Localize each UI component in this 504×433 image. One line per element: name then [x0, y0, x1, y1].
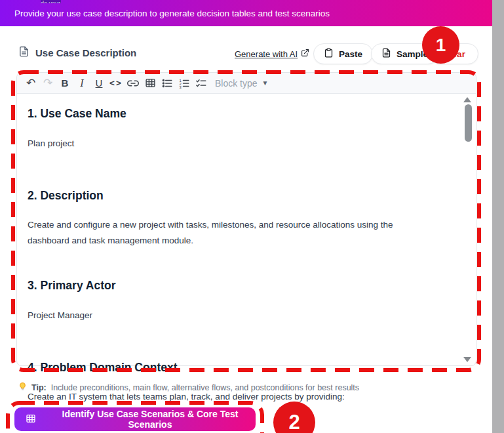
link-icon[interactable]	[125, 75, 142, 92]
check-list-icon[interactable]	[193, 75, 210, 92]
undo-icon[interactable]: ↶	[22, 75, 39, 92]
banner-clipped-text: de your u	[41, 0, 61, 3]
file-icon	[381, 48, 391, 60]
italic-icon[interactable]: I	[73, 75, 90, 92]
paste-button[interactable]: Paste	[313, 43, 373, 64]
chevron-down-icon: ▼	[262, 79, 269, 87]
generate-with-ai-link[interactable]: Generate with AI	[235, 49, 309, 59]
table-icon[interactable]	[142, 75, 159, 92]
tip-label: Tip:	[31, 383, 47, 392]
annotation-badge-1: 1	[422, 26, 459, 64]
annotation-badge-2: 2	[273, 402, 315, 433]
section-body: Create and configure a new project with …	[28, 217, 424, 249]
bullet-list-icon[interactable]	[159, 75, 176, 92]
tip-text: Include preconditions, main flow, altern…	[51, 383, 359, 392]
annotation-badge-2-number: 2	[288, 411, 300, 433]
code-icon[interactable]: <>	[107, 75, 125, 92]
bold-icon[interactable]: B	[56, 75, 73, 92]
window-scrollbar[interactable]	[492, 0, 504, 433]
scroll-up-icon[interactable]	[463, 97, 471, 102]
identify-scenarios-label: Identify Use Case Scenarios & Core Test …	[45, 409, 256, 430]
lightbulb-icon	[18, 382, 27, 393]
redo-icon[interactable]: ↷	[39, 75, 56, 92]
top-banner: Provide your use case description to gen…	[0, 0, 492, 26]
document-icon	[18, 46, 29, 59]
svg-text:3: 3	[180, 85, 182, 89]
page-title-label: Use Case Description	[35, 47, 136, 58]
banner-text: Provide your use case description to gen…	[14, 9, 330, 18]
section-heading: 3. Primary Actor	[28, 279, 450, 293]
scroll-down-icon[interactable]	[463, 357, 471, 362]
numbered-list-icon[interactable]: 1 2 3	[176, 75, 193, 92]
page: Provide your use case description to gen…	[0, 0, 504, 433]
section-heading: 4. Problem Domain Context	[28, 361, 450, 375]
block-type-dropdown[interactable]: Block type ▼	[215, 78, 269, 89]
section-heading: 1. Use Case Name	[28, 107, 450, 121]
generate-with-ai-label: Generate with AI	[235, 49, 298, 59]
block-type-label: Block type	[215, 78, 258, 89]
identify-scenarios-button[interactable]: Identify Use Case Scenarios & Core Test …	[14, 407, 256, 431]
editor-scrollbar-thumb[interactable]	[465, 104, 472, 142]
section-body: Project Manager	[28, 308, 424, 323]
annotation-badge-1-number: 1	[436, 35, 446, 56]
use-case-editor-panel: ↶ ↷ B I U <>	[16, 72, 476, 366]
section-heading: 2. Description	[28, 189, 450, 203]
table-icon	[26, 413, 36, 426]
underline-icon[interactable]: U	[90, 75, 107, 92]
paste-button-label: Paste	[339, 49, 362, 59]
use-case-editor[interactable]: 1. Use Case Name Plan project 2. Descrip…	[17, 107, 476, 405]
page-title: Use Case Description	[18, 46, 136, 59]
section-body: Plan project	[28, 136, 424, 152]
editor-toolbar: ↶ ↷ B I U <>	[17, 73, 476, 94]
external-link-icon	[301, 49, 309, 59]
clipboard-icon	[324, 48, 334, 60]
tip-row: Tip: Include preconditions, main flow, a…	[18, 382, 359, 393]
